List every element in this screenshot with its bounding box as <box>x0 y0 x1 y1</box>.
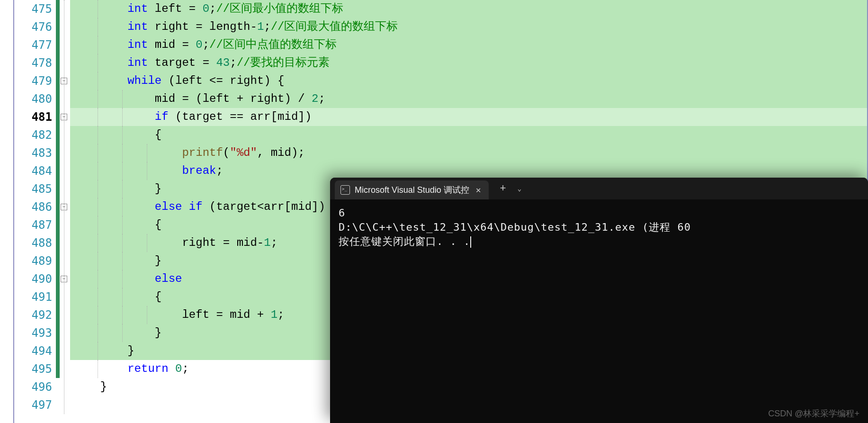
code-line[interactable]: { <box>70 126 867 144</box>
line-number: 490 <box>14 270 52 288</box>
terminal-output[interactable]: 6 D:\C\C++\test_12_31\x64\Debug\test_12_… <box>330 199 868 255</box>
terminal-line: 按任意键关闭此窗口. . . <box>339 234 859 249</box>
line-number: 492 <box>14 306 52 324</box>
line-number: 486 <box>14 198 52 216</box>
watermark: CSDN @林采采学编程+ <box>768 408 859 419</box>
code-line[interactable]: int mid = 0;//区间中点值的数组下标 <box>70 36 867 54</box>
terminal-icon <box>340 185 350 195</box>
line-number: 482 <box>14 126 52 144</box>
line-number-gutter: 4754764774784794804814824834844854864874… <box>14 0 56 423</box>
line-number: 491 <box>14 288 52 306</box>
terminal-line: 6 <box>339 206 859 220</box>
line-number: 487 <box>14 216 52 234</box>
line-number: 479 <box>14 72 52 90</box>
line-number: 481 <box>14 108 52 126</box>
new-tab-button[interactable]: + <box>500 183 506 195</box>
terminal-window[interactable]: Microsoft Visual Studio 调试控 ✕ + ⌄ 6 D:\C… <box>330 178 868 423</box>
line-number: 485 <box>14 180 52 198</box>
change-indicator-bar <box>56 0 60 378</box>
terminal-line: D:\C\C++\test_12_31\x64\Debug\test_12_31… <box>339 220 859 234</box>
fold-gutter: −−−− <box>60 0 70 423</box>
terminal-cursor <box>470 236 471 248</box>
close-icon[interactable]: ✕ <box>474 185 483 195</box>
code-line[interactable]: int right = length-1;//区间最大值的数组下标 <box>70 18 867 36</box>
line-number: 489 <box>14 252 52 270</box>
tab-dropdown-button[interactable]: ⌄ <box>518 185 521 193</box>
code-line[interactable]: int target = 43;//要找的目标元素 <box>70 54 867 72</box>
line-number: 495 <box>14 360 52 378</box>
line-number: 488 <box>14 234 52 252</box>
terminal-tab[interactable]: Microsoft Visual Studio 调试控 ✕ <box>335 180 489 199</box>
line-number: 480 <box>14 90 52 108</box>
line-number: 494 <box>14 342 52 360</box>
line-number: 477 <box>14 36 52 54</box>
code-line[interactable]: mid = (left + right) / 2; <box>70 90 867 108</box>
code-line[interactable]: while (left <= right) { <box>70 72 867 90</box>
code-line[interactable]: printf("%d", mid); <box>70 144 867 162</box>
line-number: 497 <box>14 396 52 414</box>
line-number: 476 <box>14 18 52 36</box>
line-number: 484 <box>14 162 52 180</box>
line-number: 475 <box>14 0 52 18</box>
code-line[interactable]: int left = 0;//区间最小值的数组下标 <box>70 0 867 18</box>
line-number: 493 <box>14 324 52 342</box>
terminal-tabbar: Microsoft Visual Studio 调试控 ✕ + ⌄ <box>330 178 868 199</box>
line-number: 496 <box>14 378 52 396</box>
line-number: 478 <box>14 54 52 72</box>
line-number: 483 <box>14 144 52 162</box>
code-line[interactable]: if (target == arr[mid]) <box>70 108 867 126</box>
terminal-tab-title: Microsoft Visual Studio 调试控 <box>355 184 469 196</box>
